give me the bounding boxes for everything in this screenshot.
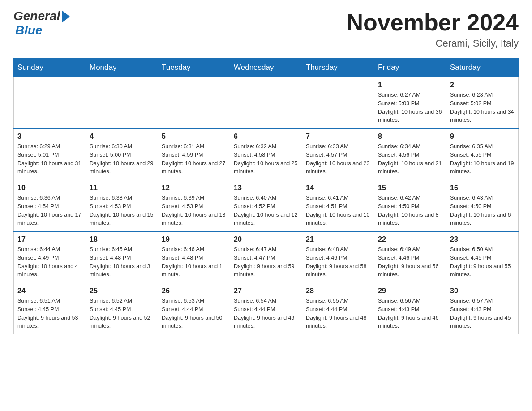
day-info: Sunrise: 6:48 AM Sunset: 4:46 PM Dayligh… (306, 245, 370, 279)
calendar-cell: 20Sunrise: 6:47 AM Sunset: 4:47 PM Dayli… (230, 231, 302, 283)
day-number: 26 (162, 287, 226, 295)
week-row-2: 3Sunrise: 6:29 AM Sunset: 5:01 PM Daylig… (14, 128, 519, 180)
day-number: 24 (17, 287, 82, 295)
calendar-cell: 9Sunrise: 6:35 AM Sunset: 4:55 PM Daylig… (446, 128, 519, 180)
day-info: Sunrise: 6:44 AM Sunset: 4:49 PM Dayligh… (17, 245, 82, 279)
day-info: Sunrise: 6:49 AM Sunset: 4:46 PM Dayligh… (378, 245, 442, 279)
title-section: November 2024 Cerami, Sicily, Italy (347, 9, 519, 49)
calendar-table: SundayMondayTuesdayWednesdayThursdayFrid… (13, 58, 519, 334)
day-number: 17 (17, 235, 82, 244)
calendar-cell: 21Sunrise: 6:48 AM Sunset: 4:46 PM Dayli… (302, 231, 374, 283)
day-number: 5 (162, 133, 226, 141)
weekday-header-monday: Monday (86, 59, 158, 77)
day-number: 4 (90, 133, 154, 141)
day-info: Sunrise: 6:56 AM Sunset: 4:43 PM Dayligh… (378, 297, 442, 330)
weekday-header-sunday: Sunday (14, 59, 86, 77)
day-info: Sunrise: 6:52 AM Sunset: 4:45 PM Dayligh… (90, 297, 154, 330)
day-number: 12 (162, 184, 226, 192)
day-info: Sunrise: 6:43 AM Sunset: 4:50 PM Dayligh… (450, 194, 515, 227)
weekday-header-thursday: Thursday (302, 59, 374, 77)
day-info: Sunrise: 6:47 AM Sunset: 4:47 PM Dayligh… (234, 245, 298, 279)
day-number: 13 (234, 184, 298, 192)
day-number: 7 (306, 133, 370, 141)
day-number: 23 (450, 235, 515, 244)
calendar-cell: 16Sunrise: 6:43 AM Sunset: 4:50 PM Dayli… (446, 180, 519, 231)
calendar-cell: 23Sunrise: 6:50 AM Sunset: 4:45 PM Dayli… (446, 231, 519, 283)
day-number: 27 (234, 287, 298, 295)
day-number: 29 (378, 287, 442, 295)
calendar-cell: 12Sunrise: 6:39 AM Sunset: 4:53 PM Dayli… (158, 180, 230, 231)
day-number: 2 (450, 81, 515, 89)
day-info: Sunrise: 6:41 AM Sunset: 4:51 PM Dayligh… (306, 194, 370, 227)
calendar-cell: 2Sunrise: 6:28 AM Sunset: 5:02 PM Daylig… (446, 77, 519, 128)
logo-blue-text: Blue (15, 23, 43, 38)
calendar-cell: 14Sunrise: 6:41 AM Sunset: 4:51 PM Dayli… (302, 180, 374, 231)
day-info: Sunrise: 6:50 AM Sunset: 4:45 PM Dayligh… (450, 245, 515, 279)
calendar-cell: 1Sunrise: 6:27 AM Sunset: 5:03 PM Daylig… (374, 77, 446, 128)
day-info: Sunrise: 6:32 AM Sunset: 4:58 PM Dayligh… (234, 142, 298, 176)
calendar-cell: 15Sunrise: 6:42 AM Sunset: 4:50 PM Dayli… (374, 180, 446, 231)
day-number: 20 (234, 235, 298, 244)
calendar-cell: 11Sunrise: 6:38 AM Sunset: 4:53 PM Dayli… (86, 180, 158, 231)
calendar-cell: 13Sunrise: 6:40 AM Sunset: 4:52 PM Dayli… (230, 180, 302, 231)
day-number: 9 (450, 133, 515, 141)
day-info: Sunrise: 6:31 AM Sunset: 4:59 PM Dayligh… (162, 142, 226, 176)
day-number: 18 (90, 235, 154, 244)
calendar-cell: 19Sunrise: 6:46 AM Sunset: 4:48 PM Dayli… (158, 231, 230, 283)
calendar-cell: 28Sunrise: 6:55 AM Sunset: 4:44 PM Dayli… (302, 283, 374, 334)
day-info: Sunrise: 6:35 AM Sunset: 4:55 PM Dayligh… (450, 142, 515, 176)
calendar-cell (14, 77, 86, 128)
day-number: 15 (378, 184, 442, 192)
calendar-cell: 4Sunrise: 6:30 AM Sunset: 5:00 PM Daylig… (86, 128, 158, 180)
day-info: Sunrise: 6:57 AM Sunset: 4:43 PM Dayligh… (450, 297, 515, 330)
day-number: 1 (378, 81, 442, 89)
day-number: 22 (378, 235, 442, 244)
day-number: 14 (306, 184, 370, 192)
calendar-cell: 30Sunrise: 6:57 AM Sunset: 4:43 PM Dayli… (446, 283, 519, 334)
calendar-cell: 6Sunrise: 6:32 AM Sunset: 4:58 PM Daylig… (230, 128, 302, 180)
logo: General Blue (13, 9, 70, 38)
calendar-cell: 5Sunrise: 6:31 AM Sunset: 4:59 PM Daylig… (158, 128, 230, 180)
day-info: Sunrise: 6:34 AM Sunset: 4:56 PM Dayligh… (378, 142, 442, 176)
day-info: Sunrise: 6:51 AM Sunset: 4:45 PM Dayligh… (17, 297, 82, 330)
week-row-4: 17Sunrise: 6:44 AM Sunset: 4:49 PM Dayli… (14, 231, 519, 283)
day-info: Sunrise: 6:39 AM Sunset: 4:53 PM Dayligh… (162, 194, 226, 227)
calendar-cell: 27Sunrise: 6:54 AM Sunset: 4:44 PM Dayli… (230, 283, 302, 334)
calendar-cell: 8Sunrise: 6:34 AM Sunset: 4:56 PM Daylig… (374, 128, 446, 180)
calendar-cell (302, 77, 374, 128)
weekday-header-wednesday: Wednesday (230, 59, 302, 77)
week-row-3: 10Sunrise: 6:36 AM Sunset: 4:54 PM Dayli… (14, 180, 519, 231)
weekday-header-saturday: Saturday (446, 59, 519, 77)
calendar-cell: 10Sunrise: 6:36 AM Sunset: 4:54 PM Dayli… (14, 180, 86, 231)
calendar-cell: 24Sunrise: 6:51 AM Sunset: 4:45 PM Dayli… (14, 283, 86, 334)
calendar-cell: 7Sunrise: 6:33 AM Sunset: 4:57 PM Daylig… (302, 128, 374, 180)
day-number: 10 (17, 184, 82, 192)
calendar-cell: 22Sunrise: 6:49 AM Sunset: 4:46 PM Dayli… (374, 231, 446, 283)
day-number: 28 (306, 287, 370, 295)
day-info: Sunrise: 6:30 AM Sunset: 5:00 PM Dayligh… (90, 142, 154, 176)
weekday-header-tuesday: Tuesday (158, 59, 230, 77)
day-info: Sunrise: 6:54 AM Sunset: 4:44 PM Dayligh… (234, 297, 298, 330)
calendar-cell (230, 77, 302, 128)
day-info: Sunrise: 6:28 AM Sunset: 5:02 PM Dayligh… (450, 91, 515, 124)
calendar-cell: 17Sunrise: 6:44 AM Sunset: 4:49 PM Dayli… (14, 231, 86, 283)
day-number: 3 (17, 133, 82, 141)
day-number: 30 (450, 287, 515, 295)
calendar-cell: 26Sunrise: 6:53 AM Sunset: 4:44 PM Dayli… (158, 283, 230, 334)
day-number: 8 (378, 133, 442, 141)
day-info: Sunrise: 6:42 AM Sunset: 4:50 PM Dayligh… (378, 194, 442, 227)
weekday-header-friday: Friday (374, 59, 446, 77)
day-info: Sunrise: 6:45 AM Sunset: 4:48 PM Dayligh… (90, 245, 154, 279)
day-info: Sunrise: 6:27 AM Sunset: 5:03 PM Dayligh… (378, 91, 442, 124)
calendar-cell: 25Sunrise: 6:52 AM Sunset: 4:45 PM Dayli… (86, 283, 158, 334)
day-info: Sunrise: 6:53 AM Sunset: 4:44 PM Dayligh… (162, 297, 226, 330)
logo-general-text: General (13, 9, 60, 23)
day-number: 16 (450, 184, 515, 192)
day-info: Sunrise: 6:40 AM Sunset: 4:52 PM Dayligh… (234, 194, 298, 227)
location-text: Cerami, Sicily, Italy (347, 38, 519, 49)
month-title: November 2024 (347, 9, 519, 36)
day-number: 19 (162, 235, 226, 244)
calendar-header-row: SundayMondayTuesdayWednesdayThursdayFrid… (14, 59, 519, 77)
logo-arrow-icon (62, 10, 70, 23)
day-info: Sunrise: 6:33 AM Sunset: 4:57 PM Dayligh… (306, 142, 370, 176)
